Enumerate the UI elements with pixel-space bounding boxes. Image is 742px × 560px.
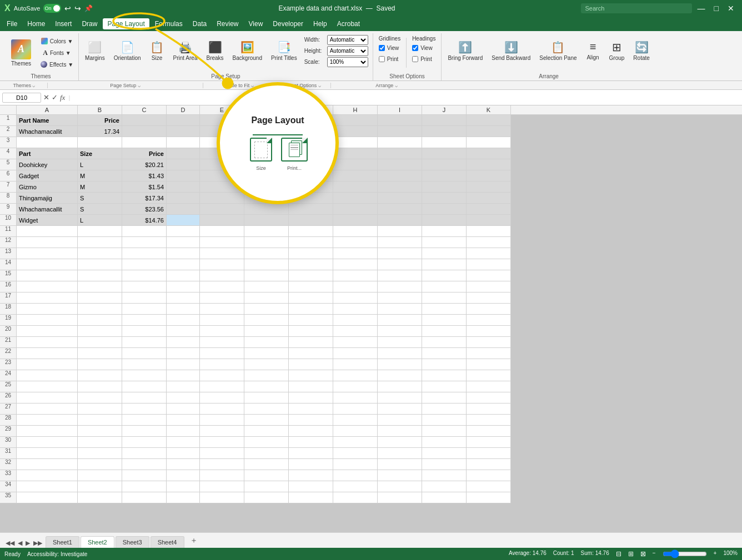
grid-cell[interactable] bbox=[122, 492, 167, 503]
grid-cell[interactable] bbox=[467, 470, 511, 481]
grid-cell[interactable] bbox=[467, 415, 511, 426]
grid-cell[interactable] bbox=[200, 248, 244, 259]
grid-cell[interactable] bbox=[167, 159, 200, 170]
col-header-e[interactable]: E bbox=[200, 105, 244, 114]
tab-sheet2[interactable]: Sheet2 bbox=[81, 536, 114, 546]
grid-cell[interactable] bbox=[167, 326, 200, 337]
grid-cell[interactable] bbox=[289, 237, 333, 248]
grid-cell[interactable] bbox=[78, 481, 122, 492]
grid-cell[interactable] bbox=[289, 481, 333, 492]
grid-cell[interactable] bbox=[333, 448, 378, 459]
grid-cell[interactable] bbox=[289, 115, 333, 126]
sheet-options-expand[interactable]: Sheet Options ⌵ bbox=[275, 83, 331, 88]
grid-cell[interactable] bbox=[422, 248, 467, 259]
grid-cell[interactable] bbox=[244, 215, 289, 226]
grid-cell[interactable] bbox=[78, 492, 122, 503]
background-button[interactable]: 🖼️ Background bbox=[229, 33, 266, 68]
grid-cell[interactable] bbox=[17, 326, 78, 337]
grid-cell[interactable] bbox=[17, 426, 78, 437]
grid-cell[interactable] bbox=[422, 181, 467, 193]
breaks-button[interactable]: ⬛ Breaks bbox=[202, 33, 227, 68]
grid-cell[interactable] bbox=[422, 170, 467, 181]
grid-cell[interactable] bbox=[467, 359, 511, 370]
sheet-nav-prev[interactable]: ◀ bbox=[17, 538, 23, 546]
grid-cell[interactable] bbox=[78, 259, 122, 270]
grid-cell[interactable] bbox=[244, 137, 289, 148]
grid-cell[interactable] bbox=[378, 381, 422, 392]
grid-cell[interactable] bbox=[78, 326, 122, 337]
grid-cell[interactable] bbox=[333, 204, 378, 215]
grid-cell[interactable] bbox=[422, 370, 467, 381]
width-select[interactable]: Automatic bbox=[327, 35, 368, 45]
grid-cell[interactable] bbox=[122, 370, 167, 381]
grid-cell[interactable] bbox=[122, 426, 167, 437]
grid-cell[interactable] bbox=[17, 370, 78, 381]
grid-cell[interactable] bbox=[244, 437, 289, 448]
grid-cell[interactable] bbox=[17, 392, 78, 403]
grid-cell[interactable] bbox=[17, 381, 78, 392]
grid-cell[interactable] bbox=[289, 459, 333, 470]
grid-cell[interactable] bbox=[122, 292, 167, 304]
grid-cell[interactable] bbox=[422, 237, 467, 248]
grid-cell[interactable] bbox=[289, 326, 333, 337]
grid-cell[interactable] bbox=[467, 381, 511, 392]
grid-cell[interactable] bbox=[467, 193, 511, 204]
grid-cell[interactable] bbox=[167, 248, 200, 259]
grid-cell[interactable] bbox=[122, 437, 167, 448]
grid-cell[interactable] bbox=[167, 237, 200, 248]
grid-cell[interactable] bbox=[200, 281, 244, 292]
grid-cell[interactable] bbox=[122, 115, 167, 126]
grid-cell[interactable] bbox=[78, 426, 122, 437]
grid-cell[interactable] bbox=[244, 348, 289, 359]
grid-cell[interactable] bbox=[200, 204, 244, 215]
grid-cell[interactable] bbox=[422, 448, 467, 459]
grid-cell[interactable] bbox=[17, 270, 78, 281]
grid-cell[interactable] bbox=[244, 470, 289, 481]
grid-cell[interactable]: M bbox=[78, 181, 122, 193]
grid-cell[interactable] bbox=[289, 359, 333, 370]
grid-cell[interactable] bbox=[289, 204, 333, 215]
grid-cell[interactable] bbox=[422, 204, 467, 215]
grid-cell[interactable] bbox=[244, 326, 289, 337]
grid-cell[interactable] bbox=[167, 392, 200, 403]
grid-cell[interactable]: Gadget bbox=[17, 170, 78, 181]
grid-cell[interactable] bbox=[200, 359, 244, 370]
grid-cell[interactable] bbox=[122, 470, 167, 481]
grid-cell[interactable] bbox=[422, 415, 467, 426]
grid-cell[interactable] bbox=[167, 204, 200, 215]
grid-cell[interactable] bbox=[333, 415, 378, 426]
grid-cell[interactable] bbox=[422, 359, 467, 370]
grid-cell[interactable] bbox=[467, 448, 511, 459]
grid-cell[interactable] bbox=[467, 126, 511, 137]
grid-cell[interactable] bbox=[167, 181, 200, 193]
grid-cell[interactable] bbox=[17, 259, 78, 270]
grid-cell[interactable] bbox=[17, 226, 78, 237]
headings-view-checkbox[interactable] bbox=[412, 45, 418, 51]
grid-cell[interactable] bbox=[200, 315, 244, 326]
grid-cell[interactable] bbox=[200, 381, 244, 392]
grid-cell[interactable] bbox=[467, 459, 511, 470]
grid-cell[interactable] bbox=[289, 148, 333, 159]
grid-cell[interactable] bbox=[467, 215, 511, 226]
grid-cell[interactable] bbox=[78, 470, 122, 481]
grid-cell[interactable] bbox=[333, 370, 378, 381]
grid-cell[interactable] bbox=[78, 437, 122, 448]
grid-cell[interactable] bbox=[289, 215, 333, 226]
grid-cell[interactable] bbox=[78, 137, 122, 148]
grid-cell[interactable] bbox=[200, 259, 244, 270]
grid-cell[interactable] bbox=[378, 370, 422, 381]
grid-cell[interactable] bbox=[289, 492, 333, 503]
grid-cell[interactable] bbox=[200, 392, 244, 403]
grid-cell[interactable] bbox=[378, 359, 422, 370]
height-select[interactable]: Automatic bbox=[327, 46, 368, 56]
grid-cell[interactable] bbox=[333, 159, 378, 170]
grid-cell[interactable] bbox=[244, 337, 289, 348]
grid-cell[interactable] bbox=[122, 481, 167, 492]
grid-cell[interactable] bbox=[422, 304, 467, 315]
grid-cell[interactable] bbox=[467, 281, 511, 292]
grid-cell[interactable] bbox=[122, 459, 167, 470]
grid-cell[interactable] bbox=[467, 159, 511, 170]
grid-cell[interactable] bbox=[333, 315, 378, 326]
col-header-i[interactable]: I bbox=[378, 105, 422, 114]
colors-button[interactable]: Colors ▼ bbox=[38, 36, 76, 47]
